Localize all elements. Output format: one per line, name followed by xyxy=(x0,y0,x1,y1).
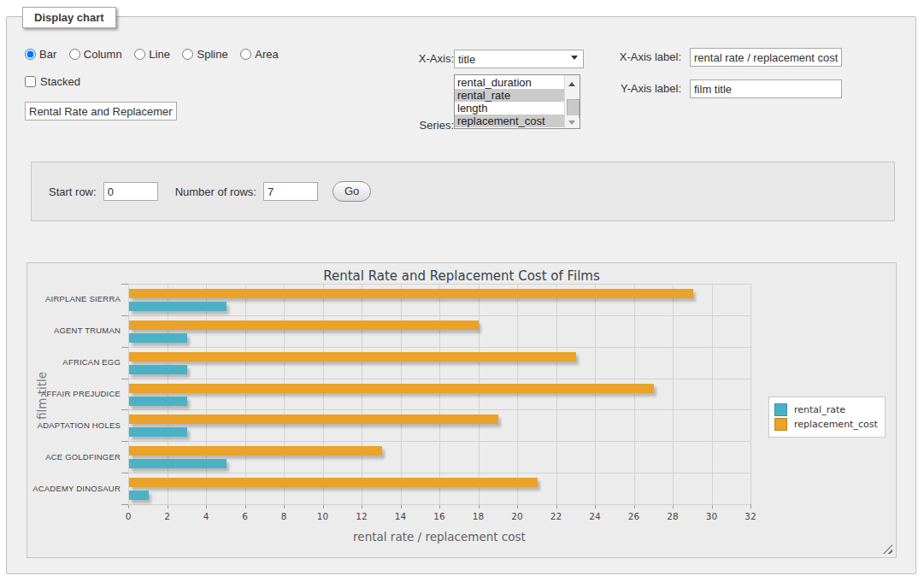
chart-type-area[interactable]: Area xyxy=(240,48,278,61)
gridline-horizontal xyxy=(128,409,750,410)
category-label: ADAPTATION HOLES xyxy=(27,420,121,430)
category-label: AIRPLANE SIERRA xyxy=(27,294,121,303)
line-radio[interactable] xyxy=(134,49,145,60)
column-radio[interactable] xyxy=(69,49,80,60)
x-tick-label: 10 xyxy=(310,511,336,521)
replacement-cost-swatch-icon xyxy=(774,418,787,431)
y-tick-mark xyxy=(121,379,128,379)
chart-type-column[interactable]: Column xyxy=(69,48,122,61)
y-tick-mark xyxy=(121,441,128,442)
legend-item: rental_rate xyxy=(774,403,878,416)
series-scrollbar[interactable] xyxy=(564,75,580,128)
category-label: ACADEMY DINOSAUR xyxy=(27,484,121,493)
x-tick-label: 16 xyxy=(427,511,452,521)
y-tick-mark xyxy=(121,315,128,316)
x-tick-label: 32 xyxy=(738,511,763,521)
bar-radio[interactable] xyxy=(25,49,36,60)
replacement-cost-bar xyxy=(129,352,576,362)
gridline-vertical xyxy=(556,284,557,504)
num-rows-input[interactable] xyxy=(263,182,318,201)
category-label: AGENT TRUMAN xyxy=(27,326,121,335)
chart-type-line[interactable]: Line xyxy=(134,48,170,61)
x-tick-label: 2 xyxy=(155,511,180,521)
y-tick-mark xyxy=(121,409,128,410)
rental-rate-bar xyxy=(129,302,227,311)
y-axis-label-input[interactable] xyxy=(690,79,842,98)
x-tick-label: 18 xyxy=(466,511,491,521)
chart-legend: rental_rate replacement_cost xyxy=(768,397,886,438)
category-label: AFFAIR PREJUDICE xyxy=(27,389,121,398)
rental-rate-bar xyxy=(129,365,187,374)
gridline-horizontal xyxy=(128,284,750,285)
gridline-vertical xyxy=(245,284,246,504)
spline-radio[interactable] xyxy=(182,49,193,60)
gridline-vertical xyxy=(479,284,480,504)
rental-rate-bar xyxy=(129,491,149,500)
y-tick-mark xyxy=(121,347,128,348)
gridline-horizontal xyxy=(128,504,750,505)
rental-rate-swatch-icon xyxy=(774,403,787,416)
x-tick-label: 24 xyxy=(582,511,608,521)
x-tick-label: 12 xyxy=(349,511,374,521)
go-button[interactable]: Go xyxy=(333,181,371,202)
series-option[interactable]: replacement_cost xyxy=(455,115,565,127)
gridline-vertical xyxy=(595,284,596,504)
gridline-vertical xyxy=(517,284,518,504)
x-tick-label: 4 xyxy=(193,511,219,521)
gridline-vertical xyxy=(168,284,168,504)
chart-container: Rental Rate and Replacement Cost of Film… xyxy=(26,262,897,558)
stacked-row: Stacked xyxy=(25,75,80,88)
x-tick-label: 14 xyxy=(388,511,414,521)
bar-chart: Rental Rate and Replacement Cost of Film… xyxy=(27,263,896,557)
x-tick-mark xyxy=(750,504,751,509)
x-axis-title: rental rate / replacement cost xyxy=(128,530,750,544)
start-row-label: Start row: xyxy=(49,185,97,198)
fieldset-legend: Display chart xyxy=(22,7,116,28)
display-chart-fieldset: Display chart Bar Column Line Spline Are… xyxy=(6,16,916,574)
x-axis-label-input[interactable] xyxy=(690,48,842,67)
replacement-cost-bar xyxy=(129,478,538,487)
category-label: ACE GOLDFINGER xyxy=(27,452,121,461)
series-option[interactable]: rental_rate xyxy=(455,89,565,102)
page: Display chart Bar Column Line Spline Are… xyxy=(0,0,924,582)
gridline-vertical xyxy=(284,284,285,504)
series-listbox[interactable]: rental_durationrental_ratelengthreplacem… xyxy=(454,74,580,129)
gridline-vertical xyxy=(128,284,129,504)
scroll-up-icon[interactable] xyxy=(566,76,579,88)
chart-type-spline[interactable]: Spline xyxy=(182,48,227,61)
series-option[interactable]: length xyxy=(455,102,565,115)
stacked-label[interactable]: Stacked xyxy=(25,75,80,88)
rental-rate-bar xyxy=(129,397,187,406)
replacement-cost-bar xyxy=(129,320,479,330)
gridline-vertical xyxy=(439,284,440,504)
rows-panel: Start row: Number of rows: Go xyxy=(31,162,895,221)
series-option[interactable]: rental_duration xyxy=(455,76,565,89)
gridline-vertical xyxy=(206,284,207,504)
start-row-input[interactable] xyxy=(103,182,158,201)
gridline-vertical xyxy=(401,284,402,504)
scroll-down-icon[interactable] xyxy=(566,115,579,127)
chart-title-input[interactable] xyxy=(25,102,177,121)
series-listbox-items: rental_durationrental_ratelengthreplacem… xyxy=(455,76,565,127)
replacement-cost-bar xyxy=(129,414,498,424)
x-tick-label: 30 xyxy=(699,511,725,521)
rental-rate-bar xyxy=(129,459,227,468)
resize-handle-icon[interactable] xyxy=(883,544,892,554)
y-tick-mark xyxy=(121,284,128,285)
y-axis-label-label: Y-Axis label: xyxy=(596,82,681,95)
gridline-horizontal xyxy=(128,315,750,316)
x-axis-label-label: X-Axis label: xyxy=(596,50,681,63)
chart-type-radio-group: Bar Column Line Spline Area xyxy=(25,48,288,61)
area-radio[interactable] xyxy=(240,49,251,60)
x-tick-label: 26 xyxy=(621,511,647,521)
rental-rate-bar xyxy=(129,333,187,343)
replacement-cost-bar xyxy=(129,446,382,456)
chart-type-bar[interactable]: Bar xyxy=(25,48,56,61)
stacked-checkbox[interactable] xyxy=(25,76,36,87)
x-tick-label: 8 xyxy=(271,511,297,521)
chart-title: Rental Rate and Replacement Cost of Film… xyxy=(27,268,896,284)
legend-item: replacement_cost xyxy=(774,418,878,431)
x-axis-select[interactable]: title xyxy=(454,50,584,68)
gridline-vertical xyxy=(750,284,751,504)
replacement-cost-bar xyxy=(129,289,693,298)
